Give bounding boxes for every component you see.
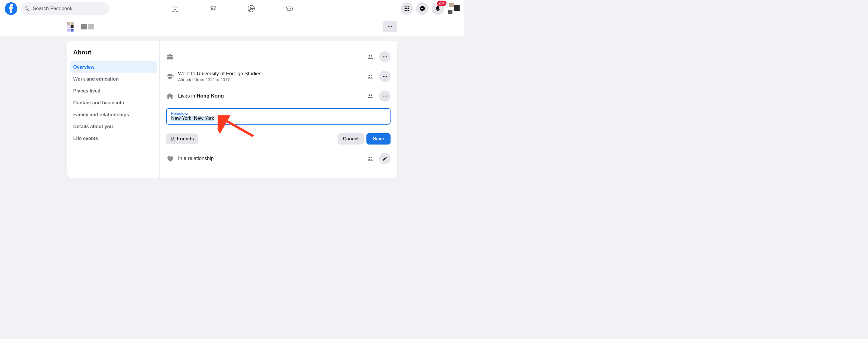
profile-more-button[interactable] [383, 21, 397, 32]
hometown-action-bar: Friends Cancel Save [166, 133, 391, 144]
search-placeholder: Search Facebook [33, 6, 72, 11]
ellipsis-icon [382, 74, 388, 79]
svg-point-26 [384, 76, 385, 77]
svg-point-24 [386, 57, 387, 57]
right-nav: 20+ [401, 2, 460, 15]
svg-point-10 [405, 6, 406, 7]
notifications-badge: 20+ [437, 1, 446, 6]
education-text: Went to University of Foreign Studies At… [178, 71, 363, 82]
svg-point-2 [214, 6, 216, 8]
audience-friends-icon[interactable] [367, 73, 373, 79]
education-more-button[interactable] [379, 71, 391, 82]
hometown-label: Hometown [171, 111, 386, 116]
divider [166, 129, 391, 129]
ellipsis-icon [382, 93, 388, 99]
svg-point-22 [383, 57, 384, 57]
about-content: Went to University of Foreign Studies At… [160, 41, 397, 178]
friends-icon [170, 136, 175, 141]
profile-bar [0, 17, 464, 36]
svg-point-5 [249, 8, 250, 9]
svg-point-23 [384, 57, 385, 57]
menu-button[interactable] [401, 2, 413, 15]
work-row [166, 47, 391, 67]
save-button[interactable]: Save [366, 133, 391, 144]
education-row: Went to University of Foreign Studies At… [166, 67, 391, 86]
search-input[interactable]: Search Facebook [20, 2, 110, 15]
home-filled-icon [166, 92, 174, 100]
tab-life-events[interactable]: Life events [70, 133, 157, 144]
svg-point-20 [390, 26, 391, 27]
svg-point-14 [406, 8, 407, 9]
svg-rect-7 [286, 7, 292, 10]
about-card: About Overview Work and education Places… [67, 41, 397, 178]
top-nav: Search Facebook 20+ [0, 0, 464, 17]
home-icon[interactable] [171, 4, 179, 13]
profile-mini-avatar[interactable] [67, 22, 103, 32]
current-city-text: Lives in Hong Kong [178, 93, 363, 99]
svg-point-25 [383, 76, 384, 77]
tab-contact-basic[interactable]: Contact and basic info [70, 97, 157, 109]
tab-details-about-you[interactable]: Details about you [70, 121, 157, 133]
svg-point-17 [406, 9, 407, 11]
ellipsis-icon [382, 54, 388, 60]
svg-point-4 [250, 7, 252, 9]
friends-icon[interactable] [209, 4, 217, 13]
svg-point-13 [405, 8, 406, 9]
current-city-more-button[interactable] [379, 91, 391, 102]
svg-point-8 [290, 8, 291, 8]
education-sub: Attended from 2012 to 2017 [178, 77, 363, 82]
ellipsis-icon [387, 24, 393, 29]
graduation-cap-icon [166, 73, 174, 80]
svg-point-1 [211, 6, 213, 9]
svg-point-21 [391, 26, 392, 27]
notifications-button[interactable]: 20+ [432, 2, 444, 15]
svg-point-15 [408, 8, 409, 9]
work-more-button[interactable] [379, 51, 391, 63]
groups-icon[interactable] [247, 4, 255, 13]
briefcase-icon [166, 53, 174, 61]
svg-point-16 [405, 9, 406, 11]
svg-point-6 [252, 8, 254, 9]
tab-work-education[interactable]: Work and education [70, 73, 157, 85]
audience-friends-icon[interactable] [367, 93, 373, 99]
hometown-field[interactable]: Hometown New York, New York [166, 108, 391, 125]
tab-places-lived[interactable]: Places lived [70, 85, 157, 97]
gaming-icon[interactable] [285, 4, 293, 13]
svg-point-9 [291, 8, 291, 9]
pencil-icon [382, 156, 388, 161]
grid-icon [404, 6, 410, 11]
messenger-icon [420, 6, 425, 11]
audience-friends-icon[interactable] [367, 54, 373, 60]
current-city-row: Lives in Hong Kong [166, 86, 391, 106]
about-title: About [70, 46, 157, 61]
facebook-logo[interactable] [5, 2, 17, 15]
relationship-row: In a relationship [166, 149, 391, 168]
relationship-edit-button[interactable] [379, 153, 391, 164]
tab-family-relationships[interactable]: Family and relationships [70, 109, 157, 121]
heart-icon [166, 155, 174, 162]
search-icon [24, 6, 30, 11]
about-sidebar: About Overview Work and education Places… [67, 41, 160, 178]
svg-point-11 [406, 6, 407, 7]
audience-friends-icon[interactable] [367, 156, 373, 162]
svg-point-27 [386, 76, 387, 77]
cancel-button[interactable]: Cancel [338, 133, 364, 144]
svg-point-29 [384, 96, 385, 97]
hometown-input[interactable]: New York, New York [171, 116, 386, 121]
svg-point-28 [383, 96, 384, 97]
messenger-button[interactable] [416, 2, 429, 15]
center-nav [171, 4, 293, 13]
bell-icon [435, 6, 441, 11]
account-avatar[interactable] [447, 2, 460, 15]
svg-point-30 [386, 96, 387, 97]
audience-selector-button[interactable]: Friends [166, 134, 198, 144]
svg-point-12 [408, 6, 409, 7]
svg-point-18 [408, 9, 409, 11]
svg-point-19 [388, 26, 389, 27]
relationship-text: In a relationship [178, 156, 363, 162]
tab-overview[interactable]: Overview [70, 61, 157, 73]
